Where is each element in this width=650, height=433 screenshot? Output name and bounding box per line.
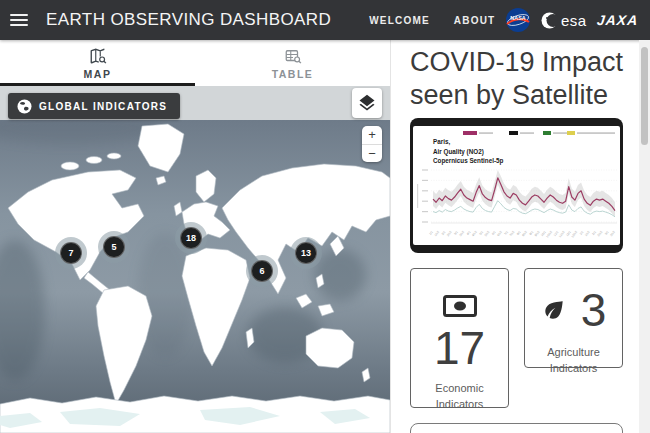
economic-count: 17 bbox=[411, 325, 508, 371]
svg-text:2/15: 2/15 bbox=[446, 230, 453, 237]
view-tabs: MAP TABLE bbox=[0, 40, 390, 86]
svg-text:4/15: 4/15 bbox=[471, 230, 478, 237]
svg-text:Paris,: Paris, bbox=[433, 138, 450, 146]
scrollbar-track[interactable] bbox=[639, 40, 650, 433]
nav-welcome[interactable]: WELCOME bbox=[369, 15, 430, 26]
tab-map[interactable]: MAP bbox=[0, 40, 195, 86]
svg-text:Air Quality (NO2): Air Quality (NO2) bbox=[433, 148, 484, 156]
zoom-in-button[interactable]: + bbox=[362, 126, 382, 144]
app-header: EARTH OBSERVING DASHBOARD WELCOME ABOUT … bbox=[0, 0, 650, 40]
leaf-icon bbox=[541, 297, 567, 323]
svg-text:7/15: 7/15 bbox=[509, 230, 516, 237]
svg-text:6/15: 6/15 bbox=[496, 230, 503, 237]
app-title: EARTH OBSERVING DASHBOARD bbox=[46, 10, 331, 30]
scrollbar-thumb[interactable] bbox=[641, 47, 648, 145]
info-panel: COVID-19 Impact seen by Satellite 1/11/1… bbox=[390, 40, 650, 433]
esa-globe-icon bbox=[541, 12, 558, 29]
marker-count: 5 bbox=[103, 236, 125, 258]
agriculture-label: Agriculture Indicators bbox=[525, 345, 622, 376]
world-map-canvas bbox=[0, 120, 390, 433]
zoom-control: + − bbox=[362, 126, 382, 162]
global-indicators-button[interactable]: GLOBAL INDICATORS bbox=[8, 93, 180, 119]
economic-indicators-card[interactable]: 17 Economic Indicators bbox=[410, 268, 509, 408]
svg-text:5/15: 5/15 bbox=[484, 230, 491, 237]
chart-inner: 1/11/152/12/153/13/154/14/155/15/156/16/… bbox=[413, 126, 620, 245]
marker-count: 7 bbox=[60, 242, 82, 264]
esa-logo: esa bbox=[541, 12, 587, 29]
nasa-logo: NASA bbox=[505, 7, 531, 33]
agriculture-count: 3 bbox=[581, 287, 607, 333]
svg-text:Copernicus Sentinel-5p: Copernicus Sentinel-5p bbox=[433, 157, 503, 165]
menu-icon[interactable] bbox=[0, 0, 40, 40]
map-search-icon bbox=[89, 47, 107, 65]
svg-text:9/15: 9/15 bbox=[534, 230, 541, 237]
panel-title: COVID-19 Impact seen by Satellite bbox=[410, 46, 635, 112]
svg-text:1/15: 1/15 bbox=[433, 230, 440, 237]
svg-text:NASA: NASA bbox=[510, 15, 526, 21]
map-marker[interactable]: 7 bbox=[55, 237, 87, 269]
table-search-icon bbox=[284, 47, 302, 65]
chart-card[interactable]: 1/11/152/12/153/13/154/14/155/15/156/16/… bbox=[410, 118, 623, 253]
marker-count: 6 bbox=[251, 260, 273, 282]
jaxa-logo: JAXA bbox=[596, 12, 639, 28]
active-tab-indicator bbox=[0, 83, 195, 86]
map-marker[interactable]: 18 bbox=[175, 222, 207, 254]
svg-text:2/15: 2/15 bbox=[596, 230, 603, 237]
map-marker[interactable]: 13 bbox=[290, 237, 322, 269]
mini-chart: 1/11/152/12/153/13/154/14/155/15/156/16/… bbox=[413, 126, 620, 245]
marker-count: 18 bbox=[180, 227, 202, 249]
svg-text:1/15: 1/15 bbox=[584, 230, 591, 237]
svg-text:3/15: 3/15 bbox=[458, 230, 465, 237]
world-map[interactable]: 7518613 bbox=[0, 120, 390, 433]
banknote-icon bbox=[443, 295, 477, 317]
svg-text:3/15: 3/15 bbox=[609, 230, 616, 237]
zoom-out-button[interactable]: − bbox=[362, 145, 382, 163]
svg-text:12/15: 12/15 bbox=[570, 230, 578, 239]
map-marker[interactable]: 6 bbox=[246, 255, 278, 287]
marker-count: 13 bbox=[295, 242, 317, 264]
economic-label: Economic Indicators bbox=[411, 381, 508, 412]
layers-button[interactable] bbox=[352, 88, 382, 118]
layers-icon bbox=[357, 93, 377, 113]
agriculture-indicators-card[interactable]: 3 Agriculture Indicators bbox=[524, 268, 623, 368]
map-marker[interactable]: 5 bbox=[98, 231, 130, 263]
nav-about[interactable]: ABOUT bbox=[454, 15, 496, 26]
tab-table[interactable]: TABLE bbox=[195, 40, 390, 86]
svg-text:8/15: 8/15 bbox=[521, 230, 528, 237]
globe-icon bbox=[17, 99, 32, 114]
next-card[interactable] bbox=[410, 423, 623, 433]
